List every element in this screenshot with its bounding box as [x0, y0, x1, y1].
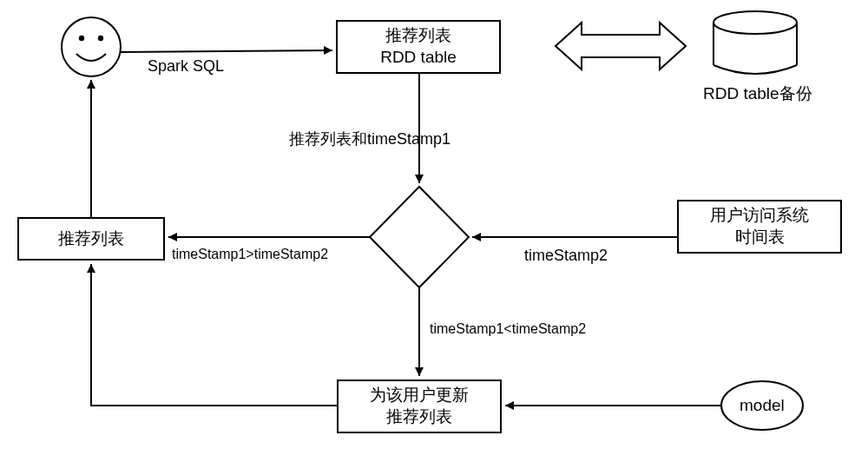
cond-gt-label: timeStamp1>timeStamp2: [172, 247, 328, 262]
double-arrow-icon: [556, 23, 686, 69]
rdd-box-line1: 推荐列表: [385, 25, 451, 47]
schedule-box: 用户访问系统 时间表: [677, 200, 842, 254]
svg-point-2: [98, 36, 103, 41]
rdd-table-box: 推荐列表 RDD table: [336, 20, 501, 74]
update-line1: 为该用户更新: [370, 385, 469, 406]
svg-point-0: [62, 17, 121, 76]
schedule-line2: 时间表: [735, 227, 785, 248]
ts2-label: timeStamp2: [524, 247, 608, 265]
svg-marker-4: [370, 187, 469, 287]
cond-lt-label: timeStamp1<timeStamp2: [430, 321, 586, 337]
svg-point-1: [79, 36, 84, 41]
model-label: model: [740, 396, 785, 415]
spark-sql-label: Spark SQL: [148, 57, 224, 76]
svg-point-3: [713, 11, 797, 34]
list-ts1-label: 推荐列表和timeStamp1: [289, 129, 450, 149]
svg-line-6: [121, 50, 332, 52]
svg-marker-7: [556, 23, 686, 69]
update-box: 为该用户更新 推荐列表: [337, 380, 502, 433]
rec-list-label: 推荐列表: [58, 228, 124, 250]
schedule-line1: 用户访问系统: [710, 205, 809, 227]
rdd-box-line2: RDD table: [380, 47, 457, 69]
backup-label: RDD table备份: [703, 82, 812, 105]
update-line2: 推荐列表: [386, 406, 452, 428]
rec-list-box: 推荐列表: [17, 217, 165, 261]
